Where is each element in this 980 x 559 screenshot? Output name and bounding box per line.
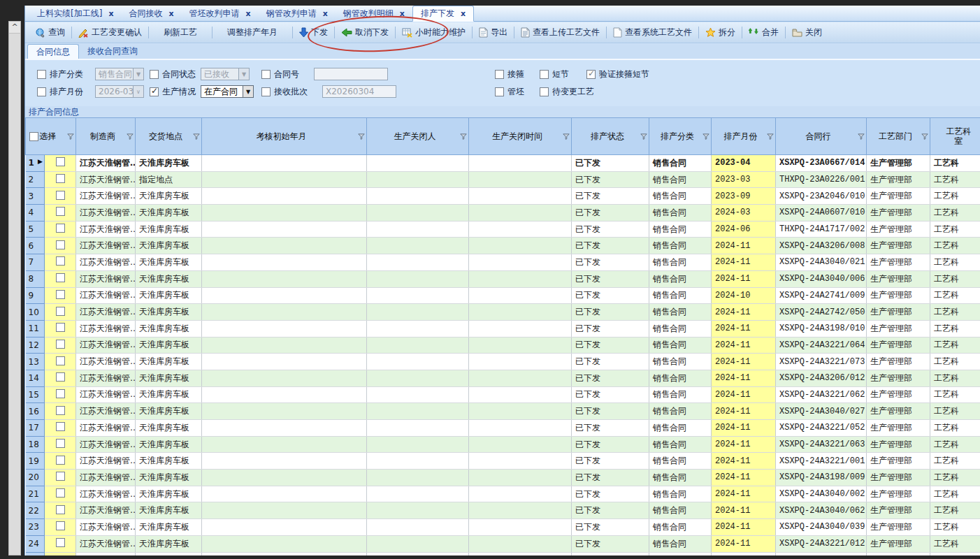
column-header-close_time[interactable]: 生产关闭时间	[469, 118, 572, 155]
receive-batch-checkbox[interactable]	[261, 87, 271, 96]
toolbar-button-3[interactable]: 刷新工艺	[150, 24, 211, 41]
toolbar-button-7[interactable]: 小时能力维护	[396, 24, 471, 41]
row-select-cell[interactable]	[45, 386, 76, 403]
row-number-cell[interactable]: 16	[26, 403, 45, 420]
toolbar-button-2[interactable]: 工艺变更确认	[73, 24, 147, 41]
row-checkbox[interactable]	[56, 307, 65, 316]
toolbar-button-5[interactable]: 下发	[294, 24, 333, 41]
row-checkbox[interactable]	[56, 439, 65, 448]
column-header-line[interactable]: 合同行	[776, 118, 867, 155]
document-tab-1[interactable]: 上料实绩[加工线]x	[29, 6, 121, 21]
filter-funnel-icon[interactable]	[460, 133, 467, 140]
filter-funnel-icon[interactable]	[767, 133, 774, 140]
subtab-contract-info[interactable]: 合同信息	[27, 44, 79, 59]
row-checkbox[interactable]	[56, 389, 65, 398]
row-select-cell[interactable]	[45, 470, 76, 486]
row-number-cell[interactable]: 1▶	[26, 155, 45, 172]
toolbar-button-8[interactable]: 导出	[473, 24, 513, 41]
toolbar-button-10[interactable]: 查看系统工艺文件	[607, 24, 698, 41]
column-header-closer[interactable]: 生产关闭人	[367, 118, 469, 155]
production-status-checkbox[interactable]	[150, 87, 159, 96]
row-checkbox[interactable]	[56, 356, 65, 365]
row-number-cell[interactable]: 10	[26, 304, 45, 321]
subtab-received-contract-query[interactable]: 接收合同查询	[79, 44, 146, 59]
row-select-cell[interactable]	[45, 270, 76, 287]
tab-close-icon[interactable]: x	[400, 9, 405, 18]
row-select-cell[interactable]	[45, 238, 76, 254]
row-select-cell[interactable]	[45, 221, 76, 238]
row-checkbox[interactable]	[56, 505, 65, 514]
column-header-maker[interactable]: 制造商	[76, 118, 136, 155]
row-checkbox[interactable]	[56, 521, 65, 530]
document-tab-6[interactable]: 排产下发x	[412, 6, 474, 22]
row-checkbox[interactable]	[56, 406, 65, 415]
tab-close-icon[interactable]: x	[246, 9, 251, 18]
tab-close-icon[interactable]: x	[461, 9, 466, 18]
contract-no-checkbox[interactable]	[261, 70, 271, 79]
table-row-9[interactable]: 9江苏天淮钢管…天淮库房车板已下发销售合同2024-10XSXPQ-24A274…	[26, 287, 980, 304]
row-checkbox[interactable]	[56, 422, 65, 431]
column-header-dept[interactable]: 工艺部门	[867, 118, 930, 155]
table-row-15[interactable]: 15江苏天淮钢管…天淮库房车板已下发销售合同2024-11XSXPQ-24A32…	[26, 386, 980, 403]
pending-process-change-checkbox[interactable]	[540, 87, 549, 96]
table-row-8[interactable]: 8江苏天淮钢管…天淮库房车板已下发销售合同2024-11XSXPQ-24A304…	[26, 270, 980, 287]
filter-funnel-icon[interactable]	[563, 133, 570, 140]
toolbar-button-9[interactable]: 查看上传工艺文件	[515, 24, 605, 41]
row-number-cell[interactable]: 19	[26, 453, 45, 470]
filter-funnel-icon[interactable]	[858, 133, 865, 140]
table-row-3[interactable]: 3江苏天淮钢管…天淮库房车板已下发销售合同2023-09XSXPQ-23A204…	[26, 188, 980, 205]
row-checkbox[interactable]	[56, 456, 65, 465]
row-select-cell[interactable]	[45, 320, 76, 337]
row-number-cell[interactable]: 8	[26, 270, 45, 287]
row-checkbox[interactable]	[56, 323, 65, 332]
toolbar-button-12[interactable]: 合并	[743, 24, 784, 41]
scheduling-category-checkbox[interactable]	[37, 70, 46, 79]
row-number-cell[interactable]: 24	[26, 535, 45, 552]
row-checkbox[interactable]	[56, 256, 65, 266]
row-checkbox[interactable]	[56, 488, 65, 498]
column-header-month[interactable]: 排产月份	[712, 118, 776, 155]
table-row-12[interactable]: 12江苏天淮钢管…天淮库房车板已下发销售合同2024-11XSXPQ-24A32…	[26, 337, 980, 354]
column-header-category[interactable]: 排产分类	[649, 118, 712, 155]
row-checkbox[interactable]	[56, 273, 65, 282]
row-select-cell[interactable]	[45, 519, 76, 536]
row-number-cell[interactable]: 13	[26, 354, 45, 370]
toolbar-button-4[interactable]: 调整排产年月	[213, 24, 291, 41]
row-checkbox[interactable]	[56, 240, 65, 249]
row-checkbox[interactable]	[56, 472, 65, 481]
table-row-5[interactable]: 5江苏天淮钢管…天淮库房车板已下发销售合同2024-06THXPQ-24A171…	[26, 221, 980, 238]
row-select-cell[interactable]	[45, 287, 76, 304]
filter-funnel-icon[interactable]	[702, 133, 709, 140]
toolbar-button-6[interactable]: 取消下发	[336, 24, 394, 41]
filter-funnel-icon[interactable]	[921, 133, 928, 140]
row-checkbox[interactable]	[56, 157, 65, 166]
document-tab-5[interactable]: 钢管改判明细x	[336, 6, 412, 21]
row-select-cell[interactable]	[45, 205, 76, 222]
table-row-13[interactable]: 13江苏天淮钢管…天淮库房车板已下发销售合同2024-11XSXPQ-24A32…	[26, 354, 980, 370]
filter-funnel-icon[interactable]	[67, 133, 74, 140]
column-header-status[interactable]: 排产状态	[572, 118, 649, 155]
row-number-cell[interactable]: 2	[26, 171, 45, 188]
tab-close-icon[interactable]: x	[323, 9, 328, 18]
filter-funnel-icon[interactable]	[358, 133, 365, 140]
filter-funnel-icon[interactable]	[193, 133, 200, 140]
row-select-cell[interactable]	[45, 254, 76, 271]
table-row-4[interactable]: 4江苏天淮钢管…天淮库房车板已下发销售合同2024-03XSXPQ-24A060…	[26, 205, 980, 222]
row-select-cell[interactable]	[45, 337, 76, 354]
table-row-6[interactable]: 6江苏天淮钢管…天淮库房车板已下发销售合同2024-11XSXPQ-24A320…	[26, 238, 980, 254]
row-number-cell[interactable]: 9	[26, 287, 45, 304]
toolbar-button-1[interactable]: 查询	[29, 24, 71, 41]
column-header-select[interactable]: 选择	[26, 118, 76, 155]
table-row-21[interactable]: 21江苏天淮钢管…天淮库房车板已下发销售合同2024-11XSXPQ-24A30…	[26, 486, 980, 502]
table-row-20[interactable]: 20江苏天淮钢管…天淮库房车板已下发销售合同2024-11XSXPQ-24A31…	[26, 470, 980, 486]
table-row-22[interactable]: 22江苏天淮钢管…天淮库房车板已下发销售合同2024-11XSXPQ-24A30…	[26, 502, 980, 519]
document-tab-3[interactable]: 管坯改判申请x	[182, 6, 259, 21]
row-checkbox[interactable]	[56, 538, 65, 547]
toolbar-button-11[interactable]: 拆分	[700, 24, 741, 41]
row-select-cell[interactable]	[45, 354, 76, 370]
row-number-cell[interactable]: 21	[26, 486, 45, 502]
table-row-24[interactable]: 24江苏天淮钢管…天淮库房车板已下发销售合同2024-11XSXPQ-24A32…	[26, 535, 980, 552]
row-number-cell[interactable]: 6	[26, 238, 45, 254]
filter-funnel-icon[interactable]	[127, 133, 134, 140]
production-status-combo[interactable]: 在产合同 ▼	[201, 85, 254, 98]
